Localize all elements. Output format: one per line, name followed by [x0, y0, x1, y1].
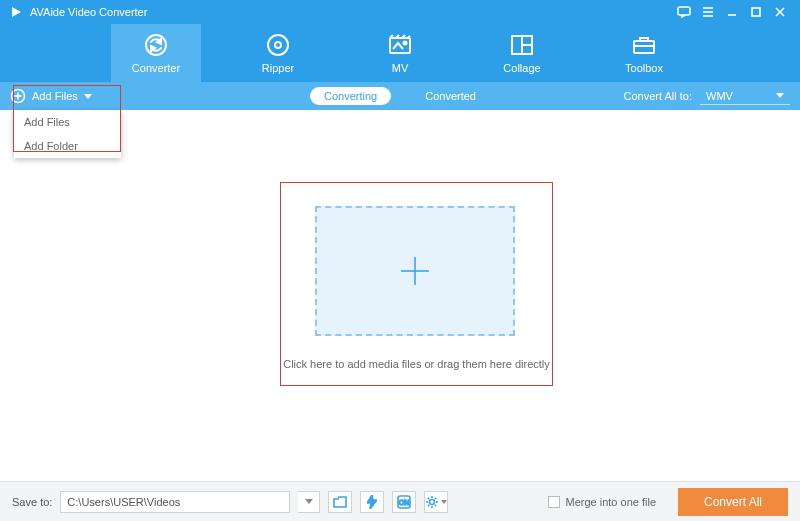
svg-point-12	[268, 35, 288, 55]
main-nav: Converter Ripper MV Collage Toolbox	[0, 24, 800, 82]
merge-label: Merge into one file	[566, 496, 657, 508]
chevron-down-icon	[776, 93, 784, 98]
output-format-select[interactable]: WMV	[700, 87, 790, 105]
collage-icon	[510, 32, 534, 58]
close-button[interactable]	[768, 0, 792, 24]
maximize-button[interactable]	[744, 0, 768, 24]
mv-icon	[387, 32, 413, 58]
plus-circle-icon	[10, 88, 26, 104]
plus-icon	[395, 251, 435, 291]
merge-checkbox[interactable]: Merge into one file	[548, 496, 657, 508]
feedback-icon[interactable]	[672, 0, 696, 24]
nav-toolbox-label: Toolbox	[625, 62, 663, 74]
converter-icon	[143, 32, 169, 58]
add-files-label: Add Files	[32, 90, 78, 102]
add-files-button[interactable]: Add Files	[0, 82, 102, 110]
drop-hint-text: Click here to add media files or drag th…	[280, 358, 553, 370]
nav-converter-label: Converter	[132, 62, 180, 74]
svg-marker-0	[12, 7, 21, 17]
save-path-input[interactable]: C:\Users\USER\Videos	[60, 491, 290, 513]
settings-button[interactable]	[424, 491, 448, 513]
gpu-accel-button[interactable]	[360, 491, 384, 513]
title-bar: AVAide Video Converter	[0, 0, 800, 24]
convert-all-button[interactable]: Convert All	[678, 488, 788, 516]
svg-text:ON: ON	[399, 499, 410, 506]
svg-point-15	[404, 42, 407, 45]
svg-point-13	[275, 42, 281, 48]
svg-point-29	[430, 499, 435, 504]
output-format-value: WMV	[706, 90, 733, 102]
add-files-dropdown: Add Files Add Folder	[14, 110, 121, 158]
menu-add-folder[interactable]: Add Folder	[14, 134, 121, 158]
nav-ripper-label: Ripper	[262, 62, 294, 74]
nav-mv[interactable]: MV	[355, 24, 445, 82]
checkbox-icon	[548, 496, 560, 508]
nav-ripper[interactable]: Ripper	[233, 24, 323, 82]
save-path-dropdown[interactable]	[298, 491, 320, 513]
menu-icon[interactable]	[696, 0, 720, 24]
nav-converter[interactable]: Converter	[111, 24, 201, 82]
svg-point-9	[146, 35, 166, 55]
convert-all-label: Convert All	[704, 495, 762, 509]
ripper-icon	[265, 32, 291, 58]
minimize-button[interactable]	[720, 0, 744, 24]
tab-converting[interactable]: Converting	[310, 87, 391, 105]
bottom-bar: Save to: C:\Users\USER\Videos ON Merge i…	[0, 481, 800, 521]
svg-rect-1	[678, 7, 690, 15]
tab-converted[interactable]: Converted	[411, 87, 490, 105]
svg-marker-26	[367, 495, 377, 509]
save-path-value: C:\Users\USER\Videos	[67, 496, 180, 508]
convert-all-to-label: Convert All to:	[624, 90, 692, 102]
drop-zone[interactable]	[315, 206, 515, 336]
nav-collage-label: Collage	[503, 62, 540, 74]
app-title: AVAide Video Converter	[30, 6, 147, 18]
sub-toolbar: Add Files Converting Converted Convert A…	[0, 82, 800, 110]
chevron-down-icon	[441, 500, 447, 504]
status-tabs: Converting Converted	[310, 87, 490, 105]
app-logo-icon	[8, 4, 24, 20]
high-speed-button[interactable]: ON	[392, 491, 416, 513]
svg-rect-6	[752, 8, 760, 16]
save-to-label: Save to:	[12, 496, 52, 508]
menu-add-files[interactable]: Add Files	[14, 110, 121, 134]
nav-collage[interactable]: Collage	[477, 24, 567, 82]
nav-mv-label: MV	[392, 62, 409, 74]
open-folder-button[interactable]	[328, 491, 352, 513]
chevron-down-icon	[305, 499, 313, 504]
toolbox-icon	[631, 32, 657, 58]
chevron-down-icon	[84, 94, 92, 99]
nav-toolbox[interactable]: Toolbox	[599, 24, 689, 82]
